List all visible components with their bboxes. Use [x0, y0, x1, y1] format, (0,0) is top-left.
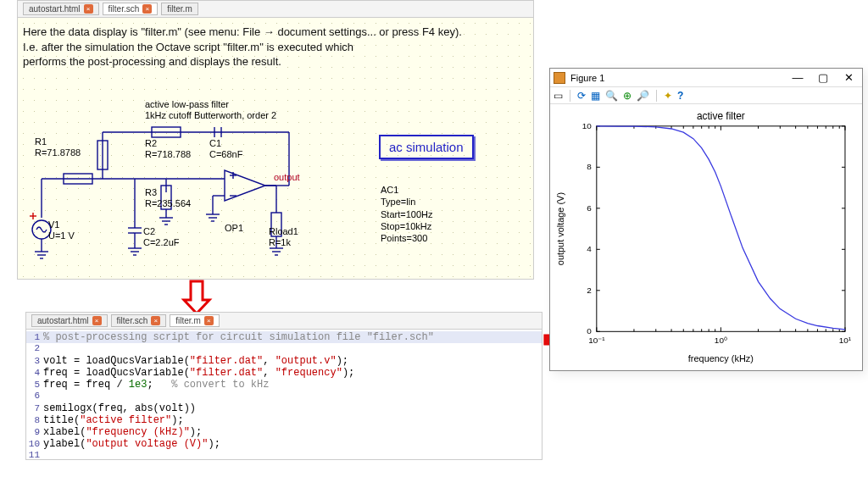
c1-name: C1	[209, 138, 221, 148]
tab-label: autostart.html	[37, 316, 89, 325]
ac1-type: Type=lin	[381, 197, 415, 207]
output-node-label: output	[274, 172, 300, 183]
close-icon[interactable]: ×	[84, 4, 93, 14]
svg-text:10⁰: 10⁰	[715, 336, 727, 345]
c2-name: C2	[143, 226, 155, 236]
op1-name: OP1	[225, 223, 243, 233]
c1-value: C=68nF	[209, 149, 242, 159]
tab-filter-m[interactable]: filter.m	[161, 3, 198, 15]
code-editor[interactable]: 1% post-processing script for circuit si…	[26, 330, 542, 459]
app-icon	[554, 72, 565, 84]
v1-value: U=1 V	[48, 230, 75, 241]
svg-text:10⁻¹: 10⁻¹	[588, 336, 605, 345]
schematic-canvas[interactable]: Here the data display is "filter.m" (see…	[18, 18, 533, 279]
code-line[interactable]: 10ylabel("output voltage (V)");	[26, 438, 542, 450]
code-line[interactable]: 1% post-processing script for circuit si…	[26, 331, 542, 343]
svg-text:8: 8	[587, 162, 592, 171]
r3-value: R=235.564	[145, 198, 191, 208]
r1-value: R=71.8788	[35, 147, 81, 158]
svg-rect-47	[597, 126, 845, 331]
code-line[interactable]: 7semilogx(freq, abs(volt))	[26, 402, 542, 414]
close-icon[interactable]: ✕	[838, 71, 859, 84]
zoom-in-icon[interactable]: ⊕	[623, 90, 632, 102]
figure-window: Figure 1 — ▢ ✕ ▭ ⟳ ▦ 🔍 ⊕ 🔎 ✦ ? 024681010…	[549, 68, 863, 371]
arrow-down-icon	[178, 280, 215, 315]
code-line[interactable]: 2	[26, 343, 542, 355]
plot-svg: 024681010⁻¹10⁰10¹active filterfrequency …	[550, 104, 862, 370]
new-figure-icon[interactable]: ▭	[554, 90, 563, 102]
code-line[interactable]: 3volt = loadQucsVariable("filter.dat", "…	[26, 355, 542, 367]
code-line[interactable]: 8title("active filter");	[26, 414, 542, 426]
sch-title: active low-pass filter	[145, 99, 229, 109]
figure-titlebar[interactable]: Figure 1 — ▢ ✕	[550, 69, 862, 87]
svg-text:0: 0	[587, 326, 592, 336]
close-icon[interactable]: ×	[142, 4, 152, 14]
svg-text:6: 6	[587, 203, 592, 213]
help-icon[interactable]: ?	[677, 90, 683, 102]
svg-text:10: 10	[582, 121, 593, 130]
r1-name: R1	[35, 136, 47, 147]
code-line[interactable]: 5freq = freq / 1e3; % convert to kHz	[26, 379, 542, 391]
grid-icon[interactable]: ▦	[591, 90, 600, 102]
tab-label: autostart.html	[29, 4, 81, 14]
zoom-out-icon[interactable]: 🔎	[637, 90, 649, 102]
editor-tabbar: autostart.html × filter.sch × filter.m ×	[26, 313, 542, 330]
r3-name: R3	[145, 187, 157, 197]
svg-text:2: 2	[587, 286, 592, 295]
schematic-panel: autostart.html × filter.sch × filter.m H…	[17, 0, 534, 280]
maximize-icon[interactable]: ▢	[813, 71, 833, 84]
ac1-start: Start=100Hz	[381, 209, 432, 219]
v1-name: V1	[48, 219, 59, 230]
tab-filter-m[interactable]: filter.m ×	[170, 314, 219, 327]
figure-window-title: Figure 1	[570, 73, 604, 83]
ac-simulation-box[interactable]: ac simulation	[379, 135, 474, 159]
tab-label: filter.sch	[108, 4, 140, 14]
zoom-box-icon[interactable]: 🔍	[605, 90, 618, 102]
code-line[interactable]: 6	[26, 391, 542, 402]
figure-toolbar: ▭ ⟳ ▦ 🔍 ⊕ 🔎 ✦ ?	[550, 87, 862, 104]
svg-text:frequency (kHz): frequency (kHz)	[688, 353, 754, 363]
refresh-icon[interactable]: ⟳	[577, 90, 586, 102]
close-icon[interactable]: ×	[92, 316, 102, 325]
schematic-tabbar: autostart.html × filter.sch × filter.m	[18, 1, 533, 18]
close-icon[interactable]: ×	[151, 316, 160, 325]
minimize-icon[interactable]: —	[787, 71, 808, 84]
ac1-stop: Stop=10kHz	[381, 221, 431, 231]
code-line[interactable]: 9xlabel("frequency (kHz)");	[26, 426, 542, 438]
svg-text:output voltage (V): output voltage (V)	[555, 192, 565, 265]
svg-text:10¹: 10¹	[839, 336, 852, 345]
tab-label: filter.m	[175, 316, 200, 325]
code-line[interactable]: 11	[26, 450, 542, 459]
ac1-name: AC1	[381, 185, 398, 195]
plot-area[interactable]: 024681010⁻¹10⁰10¹active filterfrequency …	[550, 104, 862, 370]
sch-subtitle: 1kHz cutoff Butterworth, order 2	[145, 110, 276, 120]
tab-filter-sch[interactable]: filter.sch ×	[111, 314, 167, 327]
rload-name: Rload1	[269, 226, 298, 236]
rload-value: R=1k	[269, 237, 291, 247]
svg-text:4: 4	[587, 244, 592, 253]
tab-autostart[interactable]: autostart.html ×	[31, 314, 108, 327]
editor-panel: autostart.html × filter.sch × filter.m ×…	[25, 312, 542, 460]
axes-icon[interactable]: ✦	[664, 90, 672, 102]
tab-label: filter.m	[167, 4, 192, 14]
close-icon[interactable]: ×	[204, 316, 214, 325]
r2-value: R=718.788	[145, 149, 191, 159]
tab-filter-sch[interactable]: filter.sch ×	[103, 3, 159, 15]
tab-autostart[interactable]: autostart.html ×	[23, 3, 99, 15]
ac1-points: Points=300	[381, 233, 427, 243]
code-line[interactable]: 4freq = loadQucsVariable("filter.dat", "…	[26, 367, 542, 379]
r2-name: R2	[145, 138, 157, 148]
c2-value: C=2.2uF	[143, 237, 180, 247]
svg-text:active filter: active filter	[697, 110, 745, 122]
tab-label: filter.sch	[117, 316, 148, 325]
